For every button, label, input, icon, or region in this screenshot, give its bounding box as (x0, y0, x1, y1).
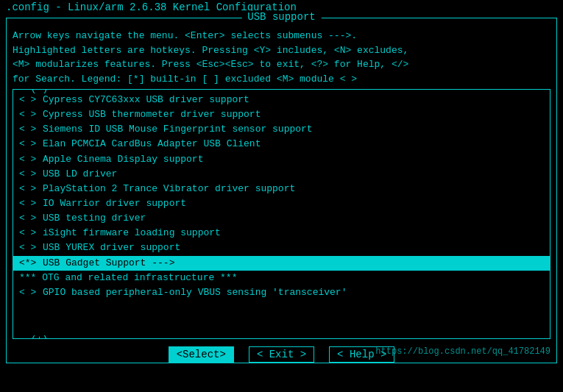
menu-bracket: < > (19, 196, 40, 211)
list-item[interactable]: <*>USB Gadget Support ---> (13, 256, 550, 271)
list-item[interactable]: < >Siemens ID USB Mouse Fingerprint sens… (13, 122, 550, 137)
menu-label: Elan PCMCIA CardBus Adapter USB Client (43, 137, 261, 152)
menu-bracket: < > (19, 182, 40, 196)
menu-label: Cypress CY7C63xxx USB driver support (43, 93, 249, 107)
list-item[interactable]: < >Apple Cinema Display support (13, 152, 550, 167)
watermark: https://blog.csdn.net/qq_41782149 (375, 346, 550, 357)
menu-bracket: < > (19, 152, 40, 167)
list-item[interactable]: < >Cypress CY7C63xxx USB driver support (13, 93, 550, 107)
menu-items-container: < >Cypress CY7C63xxx USB driver support<… (13, 93, 550, 300)
menu-bracket: < > (19, 285, 40, 300)
menu-label: Apple Cinema Display support (43, 152, 203, 167)
menu-label: PlayStation 2 Trance Vibrator driver sup… (43, 182, 295, 196)
list-item[interactable]: < >USB LD driver (13, 167, 550, 182)
menu-bracket: < > (19, 226, 40, 240)
select-button[interactable]: <Select> (169, 346, 234, 363)
main-container: USB support Arrow keys navigate the menu… (6, 18, 557, 363)
menu-label: GPIO based peripheral-only VBUS sensing … (43, 285, 347, 300)
menu-bracket: < > (19, 137, 40, 152)
menu-label: iSight firmware loading support (43, 226, 221, 240)
help-text: Arrow keys navigate the menu. <Enter> se… (13, 29, 550, 86)
menu-bracket: < > (19, 167, 40, 182)
menu-label: IO Warrior driver support (43, 196, 186, 211)
menu-bracket: < > (19, 240, 40, 255)
list-item[interactable]: < >Elan PCMCIA CardBus Adapter USB Clien… (13, 137, 550, 152)
exit-button[interactable]: < Exit > (249, 346, 314, 363)
list-item[interactable]: < >USB YUREX driver support (13, 240, 550, 255)
top-indicator: ^(-) (22, 89, 51, 94)
menu-label: USB LD driver (43, 167, 117, 182)
bottom-indicator: -(+) (22, 334, 51, 339)
menu-label: USB YUREX driver support (43, 240, 180, 255)
menu-bracket: <*> (19, 256, 40, 271)
menu-label: Cypress USB thermometer driver support (43, 107, 261, 122)
menu-bracket: < > (19, 211, 40, 226)
list-item[interactable]: *** OTG and related infrastructure *** (13, 271, 550, 285)
list-item[interactable]: < >IO Warrior driver support (13, 196, 550, 211)
help-line1: Arrow keys navigate the menu. <Enter> se… (13, 29, 550, 43)
menu-bracket: < > (19, 93, 40, 107)
help-line4: for Search. Legend: [*] built-in [ ] exc… (13, 72, 550, 87)
menu-bracket: < > (19, 107, 40, 122)
menu-label: USB testing driver (43, 211, 146, 226)
menu-bracket: < > (19, 122, 40, 137)
panel-title: USB support (241, 11, 321, 23)
menu-list: ^(-) < >Cypress CY7C63xxx USB driver sup… (13, 89, 550, 339)
help-line3: <M> modularizes features. Press <Esc><Es… (13, 57, 550, 72)
menu-label: Siemens ID USB Mouse Fingerprint sensor … (43, 122, 313, 137)
list-item[interactable]: < >Cypress USB thermometer driver suppor… (13, 107, 550, 122)
list-item[interactable]: < >PlayStation 2 Trance Vibrator driver … (13, 182, 550, 196)
list-item[interactable]: < >USB testing driver (13, 211, 550, 226)
menu-label: USB Gadget Support ---> (43, 256, 174, 271)
list-item[interactable]: < >iSight firmware loading support (13, 226, 550, 240)
list-item[interactable]: < >GPIO based peripheral-only VBUS sensi… (13, 285, 550, 300)
help-line2: Highlighted letters are hotkeys. Pressin… (13, 43, 550, 58)
